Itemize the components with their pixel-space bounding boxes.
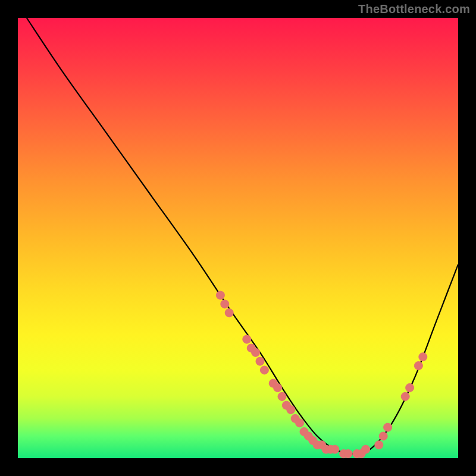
bottleneck-curve-svg (18, 18, 458, 458)
curve-marker (296, 419, 304, 427)
curve-marker (287, 406, 295, 414)
bottleneck-curve-line (27, 18, 458, 454)
curve-marker (379, 432, 387, 440)
curve-marker (216, 291, 224, 299)
curve-marker (375, 441, 383, 449)
curve-marker (419, 353, 427, 361)
curve-marker (344, 450, 352, 458)
curve-marker (362, 445, 370, 453)
curve-marker (221, 300, 229, 308)
curve-marker (225, 309, 233, 317)
curve-marker (406, 384, 414, 392)
curve-marker (252, 348, 260, 356)
curve-marker (384, 423, 392, 431)
curve-marker (331, 445, 339, 453)
curve-marker (278, 392, 286, 400)
curve-marker (260, 366, 268, 374)
curve-marker (243, 335, 251, 343)
curve-marker (274, 384, 282, 392)
chart-plot-area (18, 18, 458, 458)
curve-marker (401, 392, 409, 400)
attribution-text: TheBottleneck.com (358, 2, 470, 16)
curve-markers (216, 291, 427, 458)
curve-marker (256, 357, 264, 365)
curve-marker (414, 362, 422, 370)
